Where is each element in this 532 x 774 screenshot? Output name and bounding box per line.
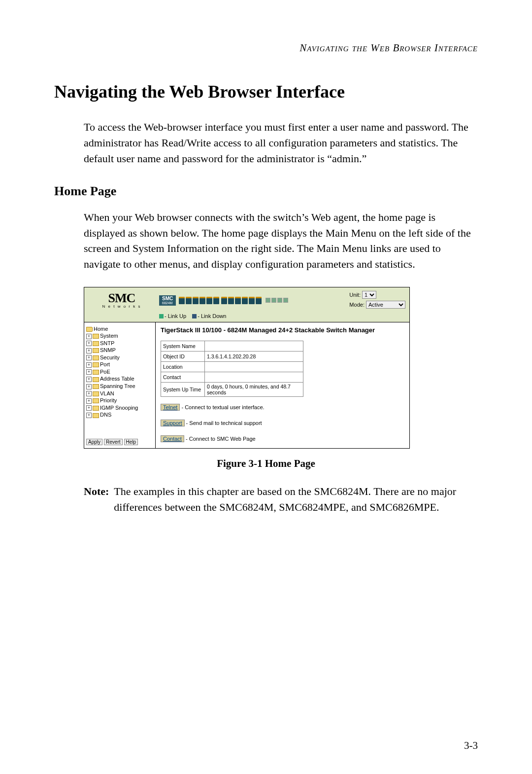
port-icon	[221, 297, 227, 304]
tree-item-address-table[interactable]: +Address Table	[86, 375, 153, 383]
shot-header: SMC N e t w o r k s SMC 6824M	[84, 287, 409, 322]
expand-icon[interactable]: +	[86, 369, 92, 375]
tree-item-security[interactable]: +Security	[86, 354, 153, 361]
tree-item-label: SNMP	[100, 347, 116, 353]
table-row: Location	[161, 361, 303, 372]
expand-icon[interactable]: +	[86, 348, 92, 353]
port-diagram	[179, 297, 288, 304]
screenshot-home-page: SMC N e t w o r k s SMC 6824M	[84, 287, 410, 449]
mode-select[interactable]: Active	[366, 301, 405, 309]
legend-up: - Link Up	[165, 313, 186, 319]
home-page-paragraph: When your Web browser connects with the …	[84, 210, 478, 273]
port-icon	[249, 297, 255, 304]
subhead-home-page: Home Page	[54, 184, 478, 199]
home-folder-icon	[86, 327, 93, 332]
tree-item-label: Address Table	[100, 376, 134, 382]
side-port-icon	[271, 298, 276, 303]
port-icon	[242, 297, 248, 304]
table-row: System Name	[161, 341, 303, 351]
folder-icon	[93, 384, 99, 389]
tree-item-sntp[interactable]: +SNTP	[86, 340, 153, 347]
sys-row-label: System Name	[161, 341, 205, 351]
tree-item-igmp-snooping[interactable]: +IGMP Snooping	[86, 404, 153, 412]
shot-main-panel: TigerStack III 10/100 - 6824M Managed 24…	[156, 322, 409, 448]
unit-select[interactable]: 1	[362, 291, 376, 299]
nav-tree: Home+System+SNTP+SNMP+Security+Port+PoE+…	[84, 322, 156, 448]
expand-icon[interactable]: +	[86, 405, 92, 411]
tree-item-priority[interactable]: +Priority	[86, 397, 153, 404]
tree-item-dns[interactable]: +DNS	[86, 411, 153, 419]
tree-item-port[interactable]: +Port	[86, 361, 153, 368]
expand-icon[interactable]: +	[86, 341, 92, 346]
smc-logo-sub: N e t w o r k s	[88, 304, 155, 309]
support-link[interactable]: Support	[161, 420, 185, 426]
tree-item-label: DNS	[100, 412, 111, 418]
link-legend: - Link Up - Link Down	[159, 313, 405, 319]
expand-icon[interactable]: +	[86, 355, 92, 360]
link-down-swatch	[192, 314, 197, 318]
sys-row-label: Object ID	[161, 351, 205, 361]
help-button[interactable]: Help	[124, 439, 138, 445]
tree-item-vlan[interactable]: +VLAN	[86, 390, 153, 397]
sys-row-value: 0 days, 0 hours, 0 minutes, and 48.7 sec…	[205, 382, 303, 396]
tree-item-poe[interactable]: +PoE	[86, 368, 153, 376]
sys-row-value	[205, 361, 303, 372]
folder-icon	[93, 370, 99, 375]
quick-links: Telnet - Connect to textual user interfa…	[161, 404, 404, 444]
intro-paragraph: To access the Web-browser interface you …	[84, 119, 478, 167]
tree-item-label: PoE	[100, 369, 110, 375]
port-icon	[213, 297, 219, 304]
unit-mode-block: Unit: 1 Mode: Active	[349, 290, 405, 310]
expand-icon[interactable]: +	[86, 391, 92, 396]
port-icon	[193, 297, 199, 304]
mini-logo-text: SMC	[162, 296, 173, 301]
revert-button[interactable]: Revert	[104, 439, 122, 445]
tree-item-label: Home	[94, 326, 108, 332]
expand-icon[interactable]: +	[86, 413, 92, 418]
figure-caption: Figure 3-1 Home Page	[54, 457, 478, 470]
table-row: Contact	[161, 372, 303, 382]
tree-item-label: SNTP	[100, 340, 114, 346]
sys-row-label: System Up Time	[161, 382, 205, 396]
switch-manager-heading: TigerStack III 10/100 - 6824M Managed 24…	[161, 326, 404, 334]
expand-icon[interactable]: +	[86, 334, 92, 339]
tree-item-system[interactable]: +System	[86, 332, 153, 340]
port-icon	[179, 297, 185, 304]
tree-item-home[interactable]: Home	[86, 325, 153, 332]
tree-item-spanning-tree[interactable]: +Spanning Tree	[86, 383, 153, 390]
side-port-icon	[266, 298, 270, 303]
tree-item-label: Priority	[100, 397, 117, 403]
contact-link[interactable]: Contact	[161, 435, 184, 442]
telnet-link[interactable]: Telnet	[161, 404, 180, 411]
port-icon	[228, 297, 234, 304]
folder-icon	[93, 406, 99, 411]
side-port-icon	[283, 298, 288, 303]
folder-icon	[93, 398, 99, 403]
page-number: 3-3	[464, 739, 478, 752]
link-row: Support - Send mail to technical support	[161, 420, 404, 428]
apply-button[interactable]: Apply	[86, 439, 102, 445]
expand-icon[interactable]: +	[86, 384, 92, 389]
folder-icon	[93, 341, 99, 346]
mini-logo-sub: 6824M	[162, 301, 173, 305]
smc-logo: SMC	[88, 292, 155, 304]
sys-row-label: Contact	[161, 372, 205, 382]
tree-item-label: VLAN	[100, 390, 114, 396]
link-up-swatch	[159, 314, 164, 318]
tree-item-label: Port	[100, 361, 110, 367]
expand-icon[interactable]: +	[86, 398, 92, 404]
expand-icon[interactable]: +	[86, 377, 92, 382]
page-title: Navigating the Web Browser Interface	[54, 81, 478, 102]
expand-icon[interactable]: +	[86, 362, 92, 368]
table-row: System Up Time0 days, 0 hours, 0 minutes…	[161, 382, 303, 396]
link-desc: - Connect to SMC Web Page	[184, 436, 256, 442]
unit-label: Unit:	[349, 292, 361, 298]
port-icon	[235, 297, 241, 304]
tree-item-snmp[interactable]: +SNMP	[86, 347, 153, 354]
sys-row-value	[205, 341, 303, 351]
port-icon	[186, 297, 192, 304]
port-icon	[256, 297, 262, 304]
tree-item-label: IGMP Snooping	[100, 405, 138, 411]
link-row: Telnet - Connect to textual user interfa…	[161, 404, 404, 413]
sys-row-value	[205, 372, 303, 382]
